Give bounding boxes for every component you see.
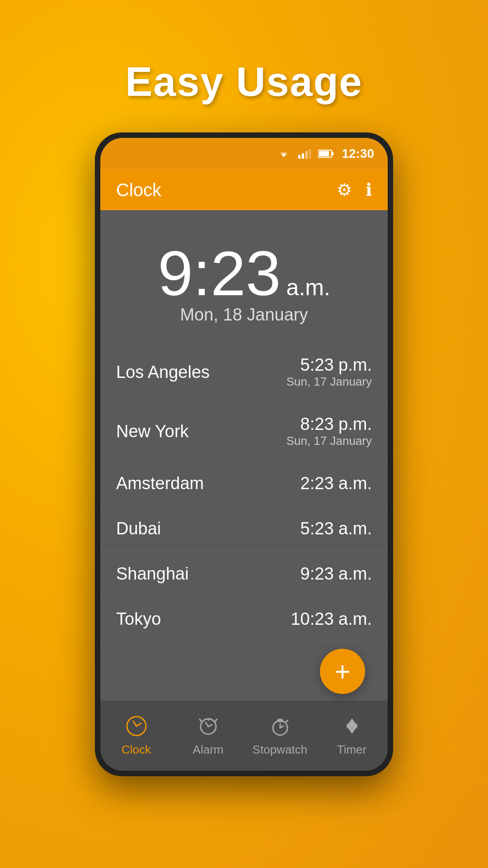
world-clocks-list: Los Angeles5:23 p.m.Sun, 17 JanuaryNew Y… (100, 343, 388, 642)
status-bar: 12:30 (100, 138, 388, 170)
svg-line-12 (208, 725, 212, 726)
city-time: 2:23 a.m. (300, 474, 372, 493)
svg-line-8 (133, 721, 136, 726)
time-value: 9:23 (158, 242, 281, 305)
city-name: New York (116, 422, 189, 441)
svg-line-18 (286, 720, 288, 722)
clock-row[interactable]: New York8:23 p.m.Sun, 17 January (100, 402, 388, 461)
city-name: Shanghai (116, 564, 189, 584)
city-name: Dubai (116, 519, 161, 538)
city-time-block: 5:23 a.m. (300, 519, 372, 538)
city-time: 5:23 a.m. (300, 519, 372, 538)
city-time-block: 5:23 p.m.Sun, 17 January (286, 355, 372, 389)
city-time: 10:23 a.m. (291, 609, 372, 629)
clock-row[interactable]: Shanghai9:23 a.m. (100, 552, 388, 597)
signal-icon (298, 149, 311, 159)
city-date: Sun, 17 January (286, 434, 372, 448)
main-clock-area: 9:23 a.m. Mon, 18 January (100, 210, 388, 343)
alarm-nav-icon (197, 715, 220, 739)
current-time-display: 9:23 a.m. Mon, 18 January (116, 228, 372, 343)
city-name: Los Angeles (116, 363, 210, 382)
time-ampm: a.m. (286, 274, 330, 301)
clock-row[interactable]: Tokyo10:23 a.m. (100, 597, 388, 642)
nav-item-clock[interactable]: Clock (100, 715, 172, 757)
nav-label-timer: Timer (337, 743, 366, 757)
svg-rect-6 (319, 151, 329, 156)
battery-icon (318, 149, 334, 158)
clock-nav-icon (125, 715, 148, 739)
app-bar: Clock ⚙ ℹ (100, 170, 388, 210)
info-icon[interactable]: ℹ (366, 180, 372, 200)
city-time-block: 2:23 a.m. (300, 474, 372, 493)
city-time: 9:23 a.m. (300, 564, 372, 584)
svg-rect-2 (305, 151, 308, 159)
phone-screen: 12:30 Clock ⚙ ℹ 9:23 a.m. Mon, 18 Januar… (100, 138, 388, 771)
city-time-block: 9:23 a.m. (300, 564, 372, 584)
svg-rect-1 (302, 153, 304, 159)
city-name: Amsterdam (116, 474, 204, 493)
svg-line-9 (136, 723, 141, 726)
nav-item-stopwatch[interactable]: Stopwatch (244, 715, 316, 757)
svg-line-11 (206, 722, 208, 726)
city-time: 8:23 p.m. (286, 415, 372, 434)
settings-icon[interactable]: ⚙ (337, 180, 352, 200)
nav-label-stopwatch: Stopwatch (253, 743, 307, 757)
city-time-block: 8:23 p.m.Sun, 17 January (286, 415, 372, 448)
clock-row[interactable]: Dubai5:23 a.m. (100, 506, 388, 552)
add-city-button[interactable]: + (320, 649, 365, 694)
city-name: Tokyo (116, 609, 161, 629)
svg-point-19 (347, 722, 357, 730)
current-date: Mon, 18 January (116, 305, 372, 338)
nav-label-clock: Clock (122, 743, 151, 757)
wifi-icon (277, 149, 291, 159)
clock-row[interactable]: Amsterdam2:23 a.m. (100, 461, 388, 506)
nav-item-alarm[interactable]: Alarm (172, 715, 244, 757)
nav-item-timer[interactable]: Timer (316, 715, 388, 757)
svg-rect-5 (332, 152, 333, 156)
timer-nav-icon (341, 715, 363, 739)
status-time: 12:30 (342, 146, 374, 161)
fab-area: + (100, 642, 388, 701)
page-title: Easy Usage (0, 0, 488, 132)
svg-rect-3 (309, 149, 311, 159)
city-time: 5:23 p.m. (286, 355, 372, 375)
svg-rect-0 (298, 155, 300, 159)
bottom-navigation: Clock Alarm Stopwatch Timer (100, 701, 388, 771)
city-date: Sun, 17 January (286, 375, 372, 389)
clock-row[interactable]: Los Angeles5:23 p.m.Sun, 17 January (100, 343, 388, 402)
stopwatch-nav-icon (269, 715, 291, 739)
city-time-block: 10:23 a.m. (291, 609, 372, 629)
phone-mockup: 12:30 Clock ⚙ ℹ 9:23 a.m. Mon, 18 Januar… (95, 132, 393, 776)
nav-label-alarm: Alarm (193, 743, 224, 757)
app-bar-title: Clock (116, 180, 337, 200)
